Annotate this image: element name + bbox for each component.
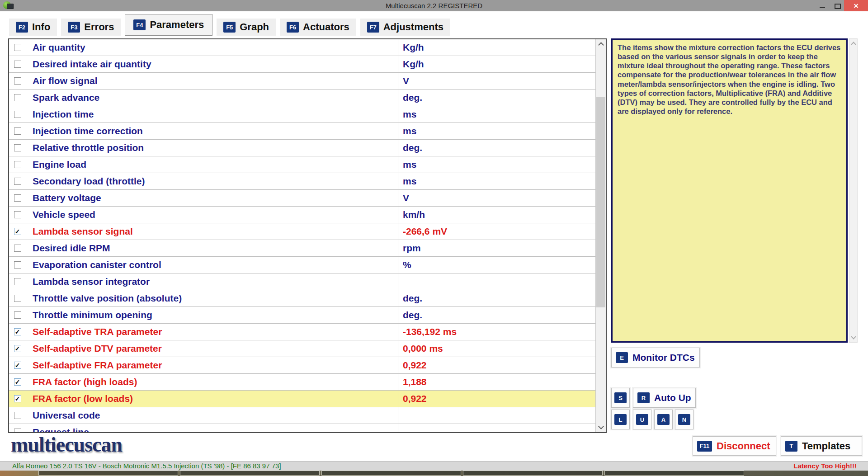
checkbox-cell [9,173,26,189]
parameter-value: deg. [398,140,595,156]
row-checkbox[interactable] [14,328,21,335]
scrollbar-thumb[interactable] [596,97,605,307]
parameters-table: Air quantityKg/hDesired intake air quant… [8,38,607,433]
tab-info[interactable]: F2Info [9,19,57,36]
close-button[interactable]: ✕ [844,0,868,11]
table-row[interactable]: Vehicle speedkm/h [9,207,595,223]
row-checkbox[interactable] [14,44,21,51]
row-checkbox[interactable] [14,94,21,101]
disconnect-button[interactable]: F11 Disconnect [693,436,776,456]
parameter-name: Self-adaptive TRA parameter [26,324,398,340]
table-row[interactable]: Lambda sensor signal-266,6 mV [9,223,595,240]
parameter-description-panel: The items show the mixture correction fa… [611,38,848,343]
tab-actuators[interactable]: F6Actuators [280,19,356,36]
row-checkbox[interactable] [14,278,21,285]
row-checkbox[interactable] [14,311,21,319]
table-row[interactable]: Spark advancedeg. [9,90,595,106]
multiecuscan-logo: multiecuscan [11,434,122,455]
minimize-button[interactable] [814,0,831,11]
templates-button[interactable]: T Templates [781,436,862,456]
hotkey-button-s[interactable]: S [611,388,630,408]
tab-label: Errors [84,21,114,33]
scroll-down-arrow[interactable] [596,422,606,432]
row-checkbox[interactable] [14,395,21,402]
checkbox-cell [9,340,26,357]
row-checkbox[interactable] [14,61,21,68]
row-checkbox[interactable] [14,295,21,302]
checkbox-cell [9,257,26,273]
table-row[interactable]: Self-adaptive DTV parameter0,000 ms [9,340,595,357]
row-checkbox[interactable] [14,127,21,135]
scroll-up-arrow[interactable] [596,39,606,49]
table-scrollbar[interactable] [595,39,606,432]
fkey-badge: F6 [287,22,299,33]
row-checkbox[interactable] [14,178,21,185]
auto-up-button[interactable]: R Auto Up [633,388,696,408]
monitor-dtcs-button[interactable]: E Monitor DTCs [611,348,700,368]
checkbox-cell [9,39,26,56]
table-row[interactable]: Self-adaptive FRA parameter0,922 [9,357,595,374]
titlebar: Multiecuscan 2.2 REGISTERED ✕ [0,0,868,11]
row-checkbox[interactable] [14,111,21,118]
table-row[interactable]: Air quantityKg/h [9,39,595,56]
checkbox-cell [9,273,26,290]
table-row[interactable]: Battery voltageV [9,190,595,207]
row-checkbox[interactable] [14,245,21,252]
row-checkbox[interactable] [14,194,21,202]
tab-graph[interactable]: F5Graph [217,19,276,36]
table-row[interactable]: Lambda sensor integrator [9,273,595,290]
parameter-name: Lambda sensor integrator [26,273,398,290]
table-row[interactable]: Desired intake air quantityKg/h [9,56,595,73]
restore-button[interactable] [831,0,844,11]
tab-adjustments[interactable]: F7Adjustments [360,19,450,36]
table-row[interactable]: Injection time correctionms [9,123,595,140]
row-checkbox[interactable] [14,378,21,386]
hotkey-button-u[interactable]: U [633,410,651,429]
parameter-name: Secondary load (throttle) [26,173,398,189]
row-checkbox[interactable] [14,412,21,419]
row-checkbox[interactable] [14,77,21,85]
table-row[interactable]: Self-adaptive TRA parameter-136,192 ms [9,324,595,340]
table-row[interactable]: Engine loadms [9,156,595,173]
taskbar-window-segment [321,471,461,476]
fkey-badge: F5 [223,22,236,33]
table-row[interactable]: Injection timems [9,106,595,123]
row-checkbox[interactable] [14,429,21,432]
table-row[interactable]: Universal code [9,407,595,424]
table-row[interactable]: Throttle minimum openingdeg. [9,307,595,324]
table-row[interactable]: Relative throttle positiondeg. [9,140,595,156]
desktop-taskbar-strip [0,471,868,476]
parameter-value: V [398,73,595,89]
table-row[interactable]: Throttle valve position (absolute)deg. [9,290,595,307]
row-checkbox[interactable] [14,161,21,168]
restore-icon [835,4,841,9]
tab-label: Parameters [150,19,204,31]
hotkey-button-a[interactable]: A [654,410,673,429]
tab-errors[interactable]: F3Errors [61,19,121,36]
row-checkbox[interactable] [14,362,21,369]
chevron-up-icon [598,42,604,48]
description-scrollbar[interactable] [849,38,858,343]
row-checkbox[interactable] [14,211,21,218]
table-row[interactable]: Air flow signalV [9,73,595,90]
row-checkbox[interactable] [14,345,21,352]
checkbox-cell [9,140,26,156]
disconnect-label: Disconnect [717,440,770,452]
parameter-name: Self-adaptive FRA parameter [26,357,398,373]
hotkey-button-n[interactable]: N [675,410,693,429]
table-row[interactable]: Request line [9,424,595,432]
table-row[interactable]: Evaporation canister control% [9,257,595,273]
tab-parameters[interactable]: F4Parameters [125,14,212,36]
hotkey-badge-n: N [678,414,690,425]
table-row[interactable]: FRA factor (low loads)0,922 [9,391,595,407]
row-checkbox[interactable] [14,228,21,235]
parameter-value: 0,922 [398,357,595,373]
hotkey-button-l[interactable]: L [611,410,630,429]
parameter-value: deg. [398,90,595,106]
parameter-name: FRA factor (high loads) [26,374,398,390]
table-row[interactable]: FRA factor (high loads)1,188 [9,374,595,391]
row-checkbox[interactable] [14,144,21,151]
table-row[interactable]: Secondary load (throttle)ms [9,173,595,190]
row-checkbox[interactable] [14,261,21,269]
table-row[interactable]: Desired idle RPMrpm [9,240,595,257]
